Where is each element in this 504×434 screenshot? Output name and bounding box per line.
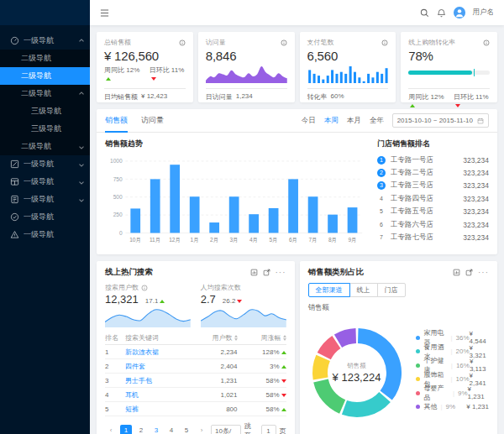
- avatar[interactable]: [454, 7, 465, 18]
- day-trend: 日环比 11%: [454, 92, 490, 102]
- tab-visits[interactable]: 访问量: [141, 109, 164, 133]
- legend-item[interactable]: 母婴产品|9%¥ 1,231: [416, 386, 490, 400]
- store-value: 323,234: [463, 169, 489, 177]
- trend-bar: [288, 179, 298, 233]
- search-users-stat: 搜索用户数 12,321 17.1: [105, 283, 191, 327]
- sidebar-item[interactable]: 一级导航: [0, 191, 90, 208]
- export-icon[interactable]: [263, 269, 270, 276]
- keyword-link[interactable]: 新款连衣裙: [125, 348, 194, 357]
- caret-down-icon: [281, 379, 286, 383]
- sidebar-item[interactable]: 一级导航: [0, 173, 90, 191]
- ranking-title: 门店销售额排名: [377, 139, 489, 149]
- more-icon[interactable]: ···: [276, 270, 286, 275]
- week-trend: 周同比 12%: [408, 92, 445, 102]
- info-icon[interactable]: [179, 39, 186, 46]
- page-size-select[interactable]: 10条/页: [211, 425, 241, 434]
- col-users-sort[interactable]: 用户数: [194, 333, 238, 342]
- pagination-page-1[interactable]: 1: [120, 425, 132, 434]
- keyword-link[interactable]: 四件套: [125, 362, 194, 371]
- more-icon[interactable]: ···: [478, 270, 489, 275]
- tab-sales[interactable]: 销售额: [105, 109, 128, 133]
- legend-item[interactable]: 其他|9%¥ 1,231: [416, 400, 490, 415]
- week-trend: 周同比 12%: [104, 65, 141, 82]
- jump-page-input[interactable]: [261, 425, 276, 434]
- mini-bar: [349, 66, 351, 83]
- stat-value: 6,560: [307, 49, 389, 63]
- svg-text:500: 500: [113, 194, 123, 200]
- sidebar-subsubitem[interactable]: 三级导航: [0, 120, 90, 138]
- store-name: 工专路三号店: [391, 180, 433, 191]
- chart-icon[interactable]: [250, 269, 258, 276]
- pagination-prev[interactable]: ‹: [105, 425, 117, 434]
- pagination-page-2[interactable]: 2: [135, 425, 147, 434]
- range-today[interactable]: 今日: [302, 116, 316, 126]
- sidebar-item[interactable]: 一级导航: [0, 226, 90, 243]
- stat-cards-row: 总销售额 ¥ 126,560 周同比 12% 日环比 11% 日均销售额¥ 12…: [97, 32, 497, 102]
- range-year[interactable]: 全年: [370, 116, 384, 126]
- pagination-page-3[interactable]: 3: [150, 425, 162, 434]
- svg-text:6月: 6月: [289, 237, 297, 243]
- sidebar-subitem[interactable]: 二级导航: [0, 50, 90, 67]
- caret-up-icon: [410, 104, 415, 107]
- menu-item-label: 二级导航: [21, 71, 51, 81]
- search-icon[interactable]: [420, 8, 429, 18]
- cell-rank: 3: [105, 377, 125, 384]
- svg-text:4月: 4月: [249, 237, 258, 243]
- svg-text:8月: 8月: [328, 237, 337, 243]
- channel-store[interactable]: 门店: [377, 283, 406, 297]
- pagination-next[interactable]: ›: [196, 425, 207, 434]
- cell-users: 1,021: [194, 391, 238, 399]
- cell-users: 2,404: [194, 363, 238, 370]
- chevron-down-icon: [79, 197, 84, 202]
- info-icon[interactable]: [483, 39, 490, 46]
- sidebar-subsubitem[interactable]: 三级导航: [0, 102, 90, 120]
- bell-icon[interactable]: [437, 8, 446, 18]
- range-week[interactable]: 本周: [324, 116, 339, 126]
- sidebar-subitem[interactable]: 二级导航: [0, 85, 90, 102]
- calendar-icon: [477, 118, 484, 124]
- pagination-page-5[interactable]: 5: [181, 425, 192, 434]
- menu-fold-icon[interactable]: [100, 8, 109, 18]
- day-trend: 日环比 11%: [150, 65, 186, 82]
- pagination-page-4[interactable]: 4: [165, 425, 177, 434]
- sidebar-subitem[interactable]: 二级导航: [0, 67, 90, 85]
- menu-item-label: 一级导航: [24, 176, 54, 187]
- sidebar-item[interactable]: 一级导航: [0, 208, 90, 226]
- legend-value: ¥ 3,321: [470, 344, 489, 359]
- sidebar-item[interactable]: 一级导航: [0, 32, 90, 50]
- sidebar-item[interactable]: 一级导航: [0, 155, 90, 173]
- info-icon[interactable]: [381, 39, 388, 46]
- trend-bar: [150, 179, 160, 233]
- keyword-link[interactable]: 男士手包: [125, 376, 194, 385]
- export-icon[interactable]: [465, 269, 473, 276]
- info-icon[interactable]: [281, 39, 287, 46]
- store-value: 323,234: [463, 207, 489, 216]
- legend-dot: [416, 349, 420, 353]
- username[interactable]: 用户名: [473, 8, 495, 18]
- date-range-picker[interactable]: 2015-10-10 ~ 2015-11-10: [392, 113, 489, 128]
- caret-down-icon: [151, 77, 156, 81]
- mini-bar: [335, 74, 338, 83]
- info-icon[interactable]: [141, 285, 148, 291]
- keyword-link[interactable]: 耳机: [125, 390, 194, 400]
- donut-legend: 家用电器|36%¥ 4,544食用酒水|20%¥ 3,321个护健康|16%¥ …: [416, 331, 490, 414]
- channel-all[interactable]: 全部渠道: [308, 283, 350, 297]
- legend-separator: |: [453, 390, 454, 397]
- sales-trend-bar-chart: 0250500750100010月11月12月1月2月3月4月5月6月7月8月9…: [105, 152, 365, 248]
- store-value: 323,234: [463, 221, 489, 229]
- cell-rank: 2: [105, 363, 125, 370]
- chevron-up-icon: [79, 92, 84, 97]
- submenu: 二级导航二级导航二级导航三级导航三级导航二级导航: [0, 50, 90, 155]
- stat-footer: 周同比 12% 日环比 11%: [408, 88, 490, 102]
- menu-item-label: 二级导航: [21, 53, 51, 64]
- chart-title: 销售额趋势: [105, 139, 365, 149]
- sidebar-subitem[interactable]: 二级导航: [0, 138, 90, 155]
- col-range-sort[interactable]: 周涨幅: [238, 333, 286, 342]
- cell-range: 58%: [238, 405, 286, 413]
- keyword-link[interactable]: 短裤: [125, 405, 194, 414]
- table-row: 1新款连衣裙2,234128%: [105, 345, 286, 359]
- mini-bar: [339, 72, 342, 83]
- range-month[interactable]: 本月: [347, 116, 361, 126]
- channel-online[interactable]: 线上: [349, 283, 378, 297]
- chart-icon[interactable]: [453, 269, 460, 276]
